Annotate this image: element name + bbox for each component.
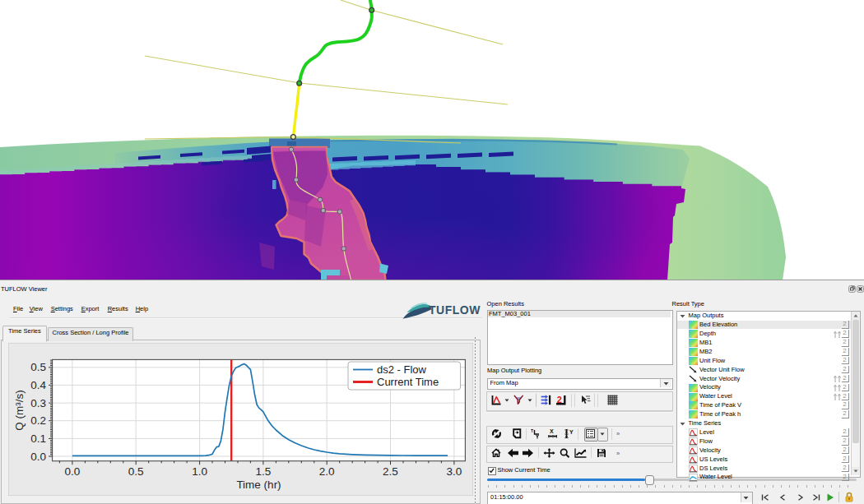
svg-text:Current Time: Current Time (377, 376, 439, 388)
svg-text:2: 2 (557, 395, 562, 405)
svg-text:0.4: 0.4 (30, 379, 46, 391)
svg-text:Time (hr): Time (hr) (236, 479, 281, 491)
svg-text:0.2: 0.2 (30, 414, 46, 427)
svg-text:Q (m³/s): Q (m³/s) (13, 390, 26, 430)
svg-text:0.5: 0.5 (30, 361, 46, 373)
svg-text:ds2 - Flow: ds2 - Flow (377, 363, 427, 376)
svg-text:Y: Y (569, 429, 574, 435)
svg-text:2.5: 2.5 (383, 465, 398, 478)
svg-text:0.0: 0.0 (30, 451, 46, 463)
svg-text:1.5: 1.5 (256, 465, 272, 478)
svg-text:0.1: 0.1 (30, 432, 46, 445)
svg-text:0.3: 0.3 (30, 397, 46, 409)
svg-text:1.0: 1.0 (192, 465, 207, 478)
svg-text:T: T (531, 428, 533, 433)
svg-text:3.0: 3.0 (447, 465, 462, 478)
svg-text:0.5: 0.5 (128, 465, 144, 478)
svg-text:0.0: 0.0 (65, 465, 81, 478)
svg-text:2.0: 2.0 (319, 465, 335, 478)
svg-text:X: X (550, 428, 554, 434)
